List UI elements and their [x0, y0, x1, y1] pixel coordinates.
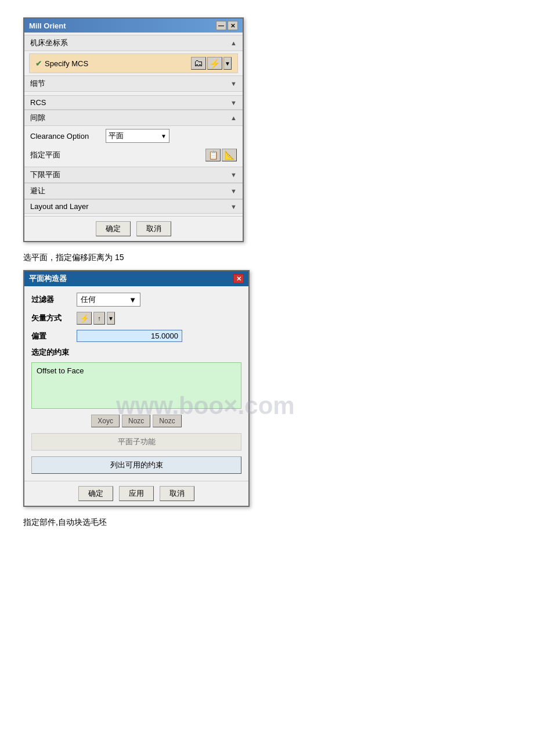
clearance-section[interactable]: 间隙 ▲ — [24, 110, 243, 126]
specify-mcs-text: Specify MCS — [45, 59, 88, 68]
plane-apply-button[interactable]: 应用 — [119, 486, 154, 501]
plane-constructor-title: 平面构造器 — [29, 273, 67, 284]
filter-value: 任何 — [81, 294, 96, 305]
select-arrow-icon: ▼ — [161, 133, 167, 139]
nozc2-button[interactable]: Nozc — [153, 415, 181, 427]
filter-row: 过滤器 任何 ▼ — [24, 290, 248, 309]
specify-mcs-label: ✔ Specify MCS — [35, 59, 191, 68]
lower-plane-label: 下限平面 — [30, 170, 60, 180]
mcs-icon-btn-1[interactable]: 🗂 — [191, 57, 206, 70]
cancel-button[interactable]: 取消 — [136, 221, 171, 236]
description-text-1: 选平面，指定偏移距离为 15 — [23, 253, 511, 263]
xoyc-button[interactable]: Xoyc — [91, 415, 120, 427]
mill-orient-body: 机床坐标系 ▲ ✔ Specify MCS 🗂 ⚡ ▼ — [24, 33, 243, 216]
filter-select[interactable]: 任何 ▼ — [77, 293, 140, 307]
rcs-label: RCS — [30, 98, 46, 107]
plane-icon-btn-1[interactable]: 📋 — [205, 149, 221, 161]
clearance-arrow: ▲ — [230, 114, 237, 121]
machine-coord-arrow: ▲ — [230, 39, 237, 46]
mill-orient-dialog: Mill Orient — ✕ 机床坐标系 ▲ ✔ Specify MCS — [23, 17, 244, 242]
rcs-section[interactable]: RCS ▼ — [24, 95, 243, 110]
plane-constructor-footer: 确定 应用 取消 — [24, 481, 248, 506]
machine-coord-section[interactable]: 机床坐标系 ▲ — [24, 35, 243, 51]
mill-orient-titlebar: Mill Orient — ✕ — [24, 19, 243, 33]
vector-row: 矢量方式 ⚡ ↑ ▼ — [24, 309, 248, 327]
plane-ok-button[interactable]: 确定 — [78, 486, 113, 501]
plane-constructor-titlebar: 平面构造器 ✕ — [24, 271, 248, 286]
specify-mcs-row: ✔ Specify MCS 🗂 ⚡ ▼ — [29, 53, 238, 73]
ok-button[interactable]: 确定 — [96, 221, 131, 236]
yielding-section[interactable]: 避让 ▼ — [24, 183, 243, 199]
layout-layer-arrow: ▼ — [230, 203, 237, 210]
vector-icons: ⚡ ↑ ▼ — [77, 312, 115, 325]
selected-constraints-label: 选定的约束 — [24, 345, 248, 360]
specify-plane-icons: 📋 📐 — [205, 149, 237, 161]
titlebar-buttons: — ✕ — [216, 21, 238, 30]
detail-section[interactable]: 细节 ▼ — [24, 75, 243, 92]
vector-up-btn[interactable]: ↑ — [93, 312, 105, 325]
clearance-option-row: Clearance Option 平面 ▼ — [24, 126, 243, 146]
vector-label: 矢量方式 — [31, 313, 72, 323]
filter-label: 过滤器 — [31, 294, 72, 305]
detail-arrow: ▼ — [230, 80, 237, 87]
plane-sub-function-label: 平面子功能 — [31, 433, 241, 451]
yielding-arrow: ▼ — [230, 188, 237, 195]
detail-label: 细节 — [30, 78, 45, 89]
close-button[interactable]: ✕ — [228, 21, 238, 30]
machine-coord-label: 机床坐标系 — [30, 38, 68, 48]
close-x-button[interactable]: ✕ — [233, 274, 244, 283]
lower-plane-arrow: ▼ — [230, 171, 237, 178]
clearance-label: 间隙 — [30, 113, 45, 123]
clearance-option-select[interactable]: 平面 ▼ — [106, 129, 169, 143]
rcs-arrow: ▼ — [230, 99, 237, 106]
filter-dropdown-arrow: ▼ — [129, 296, 136, 304]
plane-constructor-dialog: 平面构造器 ✕ 过滤器 任何 ▼ 矢量方式 ⚡ — [23, 270, 250, 507]
list-constraints-button[interactable]: 列出可用的约束 — [31, 456, 241, 474]
mill-orient-title: Mill Orient — [29, 21, 66, 30]
offset-input[interactable] — [77, 330, 182, 342]
coord-buttons: Xoyc Nozc Nozc — [24, 411, 248, 431]
vector-icon-btn[interactable]: ⚡ — [77, 312, 92, 325]
offset-row: 偏置 — [24, 327, 248, 345]
vector-dropdown-btn[interactable]: ▼ — [107, 312, 115, 325]
specify-plane-row: 指定平面 📋 📐 — [24, 146, 243, 164]
description-text-2: 指定部件,自动块选毛坯 — [23, 517, 511, 528]
specify-plane-label: 指定平面 — [30, 150, 60, 160]
clearance-option-value: 平面 — [109, 131, 124, 141]
specify-mcs-icons: 🗂 ⚡ ▼ — [191, 57, 232, 70]
yielding-label: 避让 — [30, 186, 45, 196]
check-mark: ✔ — [35, 59, 42, 68]
plane-icon-btn-2[interactable]: 📐 — [222, 149, 237, 161]
constraints-box: Offset to Face — [31, 362, 241, 409]
lower-plane-section[interactable]: 下限平面 ▼ — [24, 167, 243, 183]
layout-layer-label: Layout and Layer — [30, 202, 88, 211]
mill-orient-footer: 确定 取消 — [24, 216, 243, 241]
constraint-item: Offset to Face — [37, 366, 236, 375]
mcs-dropdown-btn[interactable]: ▼ — [223, 57, 232, 70]
offset-label: 偏置 — [31, 331, 72, 341]
clearance-option-label: Clearance Option — [30, 132, 100, 141]
plane-cancel-button[interactable]: 取消 — [160, 486, 194, 501]
layout-layer-section[interactable]: Layout and Layer ▼ — [24, 199, 243, 214]
plane-constructor-body: 过滤器 任何 ▼ 矢量方式 ⚡ ↑ ▼ 偏置 — [24, 286, 248, 481]
mcs-icon-btn-2[interactable]: ⚡ — [207, 57, 222, 70]
minimize-button[interactable]: — — [216, 21, 226, 30]
nozc-button[interactable]: Nozc — [122, 415, 150, 427]
